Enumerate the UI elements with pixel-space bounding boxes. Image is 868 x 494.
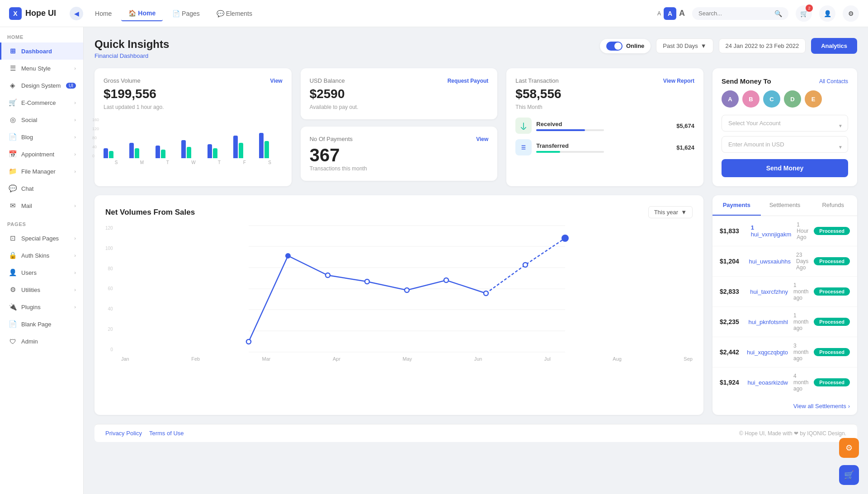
transaction-status: Processed	[814, 318, 850, 326]
transaction-amount: $2,442	[720, 348, 741, 356]
no-of-payments-sub: Transactions this month	[310, 165, 489, 172]
nav-link-home-plain[interactable]: Home	[88, 6, 119, 21]
search-input[interactable]	[698, 10, 771, 17]
no-of-payments-view-button[interactable]: View	[476, 136, 488, 142]
tab-payments[interactable]: Payments	[712, 195, 761, 216]
font-small[interactable]: A	[657, 10, 661, 17]
nav-link-pages[interactable]: 📄 Pages	[165, 6, 207, 21]
sidebar-item-blog[interactable]: 📄 Blog ›	[0, 128, 83, 146]
sidebar-item-auth-skins[interactable]: 🔒 Auth Skins ›	[0, 247, 83, 264]
sidebar-item-blank-page[interactable]: 📄 Blank Page	[0, 315, 83, 333]
net-volumes-title: Net Volumes From Sales	[105, 208, 195, 217]
toggle-switch[interactable]	[606, 42, 623, 51]
transferred-info: Transferred	[536, 142, 604, 153]
transaction-id[interactable]: hui_pknfotsmhl	[749, 319, 788, 325]
sidebar-item-appointment[interactable]: 📅 Appointment ›	[0, 146, 83, 163]
table-row: $1,204 hui_uwsxaiuhhs 23 Days Ago Proces…	[712, 246, 857, 277]
transaction-status: Processed	[814, 257, 850, 265]
send-money-button[interactable]: Send Money	[722, 159, 848, 177]
gross-volume-view-button[interactable]: View	[270, 78, 283, 84]
transaction-id[interactable]: hui_uwsxaiuhhs	[749, 258, 791, 265]
sidebar-item-chat[interactable]: 💬 Chat	[0, 180, 83, 197]
settings-button[interactable]: ⚙	[843, 5, 859, 22]
footer-links: Privacy Policy Terms of Use	[105, 430, 184, 437]
transferred-progress-bar	[536, 151, 604, 153]
table-row: $1,833 1 hui_vxnnjigakm 1 Hour Ago Proce…	[712, 216, 857, 246]
sidebar-item-ecommerce[interactable]: 🛒 E-Commerce ›	[0, 94, 83, 111]
font-large[interactable]: A	[679, 9, 685, 18]
year-selector[interactable]: This year ▼	[648, 206, 693, 218]
user-button[interactable]: 👤	[819, 5, 835, 22]
nav-back-button[interactable]: ◀	[70, 7, 83, 20]
sidebar-item-plugins[interactable]: 🔌 Plugins ›	[0, 298, 83, 315]
request-payout-button[interactable]: Request Payout	[448, 78, 489, 84]
sidebar-item-users[interactable]: 👤 Users ›	[0, 264, 83, 281]
online-toggle[interactable]: Online	[600, 39, 651, 53]
view-all-settlements-button[interactable]: View all Settlements ›	[712, 397, 857, 415]
sidebar-item-mail[interactable]: ✉ Mail ›	[0, 197, 83, 214]
ecommerce-icon: 🛒	[9, 99, 17, 107]
gross-volume-label-row: Gross Volume View	[104, 77, 283, 84]
avatar-4[interactable]: D	[784, 90, 801, 108]
transaction-id[interactable]: hui_taxrcfzhny	[750, 288, 788, 295]
terms-of-use-link[interactable]: Terms of Use	[149, 430, 184, 437]
transaction-amount: $1,204	[720, 258, 743, 265]
sidebar-item-design-system[interactable]: ◈ Design System UI	[0, 77, 83, 94]
transaction-status: Processed	[814, 378, 850, 386]
chevron-right-icon: ›	[74, 270, 76, 275]
avatar-2[interactable]: B	[742, 90, 760, 108]
usd-balance-sub: Available to pay out.	[310, 104, 489, 110]
sidebar-item-social[interactable]: ◎ Social ›	[0, 111, 83, 128]
avatar-1[interactable]: A	[722, 90, 739, 108]
svg-point-12	[444, 278, 448, 282]
privacy-policy-link[interactable]: Privacy Policy	[105, 430, 142, 437]
sidebar-item-file-manager[interactable]: 📁 File Manager ›	[0, 163, 83, 180]
sidebar-label-mail: Mail	[21, 202, 70, 209]
sidebar-label-admin: Admin	[21, 338, 76, 345]
brand-icon: X	[9, 7, 22, 20]
sidebar-item-menu-style[interactable]: ☰ Menu Style ›	[0, 60, 83, 77]
year-label: This year	[654, 209, 678, 216]
line-chart-svg	[121, 226, 693, 352]
sidebar-label-utilities: Utilities	[21, 287, 70, 293]
transaction-id[interactable]: hui_xqgczqbgto	[747, 349, 788, 356]
line-chart-area: 120 100 80 60 40 20 0	[105, 226, 693, 362]
sidebar-item-dashboard[interactable]: ⊞ Dashboard	[0, 42, 83, 60]
transaction-id[interactable]: hui_eoasrkizdw	[747, 379, 788, 386]
svg-point-13	[484, 291, 488, 296]
transaction-id[interactable]: 1 hui_vxnnjigakm	[751, 224, 792, 238]
brand: X Hope UI	[9, 7, 56, 20]
transactions-list: $1,833 1 hui_vxnnjigakm 1 Hour Ago Proce…	[712, 216, 857, 397]
amount-dropdown[interactable]: Enter Amount in USD	[722, 136, 848, 153]
nav-link-elements[interactable]: 💬 Elements	[209, 6, 259, 21]
cart-button[interactable]: 🛒 2	[796, 5, 812, 22]
gross-volume-value: $199,556	[104, 87, 283, 101]
sidebar-item-utilities[interactable]: ⚙ Utilities ›	[0, 281, 83, 298]
online-label: Online	[626, 42, 644, 49]
view-report-button[interactable]: View Report	[663, 78, 694, 84]
year-chevron-icon: ▼	[681, 209, 687, 216]
sidebar-item-admin[interactable]: 🛡 Admin	[0, 333, 83, 350]
plugins-icon: 🔌	[9, 303, 17, 311]
period-selector[interactable]: Past 30 Days ▼	[656, 38, 713, 53]
tab-refunds[interactable]: Refunds	[809, 195, 857, 216]
sidebar-item-special-pages[interactable]: ⊡ Special Pages ›	[0, 230, 83, 247]
select-account-dropdown[interactable]: Select Your Account	[722, 115, 848, 132]
cart-badge: 2	[806, 5, 813, 12]
settings-fab[interactable]: ⚙	[839, 438, 859, 458]
font-medium[interactable]: A	[664, 7, 676, 20]
nav-link-home-active[interactable]: 🏠 Home	[121, 6, 163, 21]
brand-name: Hope UI	[25, 9, 56, 18]
tab-settlements[interactable]: Settlements	[761, 195, 809, 216]
avatar-5[interactable]: E	[805, 90, 822, 108]
sidebar-label-users: Users	[21, 269, 70, 276]
date-range-button[interactable]: 24 Jan 2022 to 23 Feb 2022	[719, 38, 806, 53]
sidebar-label-social: Social	[21, 117, 70, 123]
analytics-button[interactable]: Analytics	[811, 38, 857, 54]
avatar-3[interactable]: C	[763, 90, 780, 108]
nav-links: Home 🏠 Home 📄 Pages 💬 Elements	[88, 6, 259, 21]
no-of-payments-label: No Of Payments	[310, 136, 353, 142]
chat-fab[interactable]: 🛒	[839, 465, 859, 485]
all-contacts-link[interactable]: All Contacts	[819, 78, 848, 85]
table-row: $2,442 hui_xqgczqbgto 3 month ago Proces…	[712, 337, 857, 367]
